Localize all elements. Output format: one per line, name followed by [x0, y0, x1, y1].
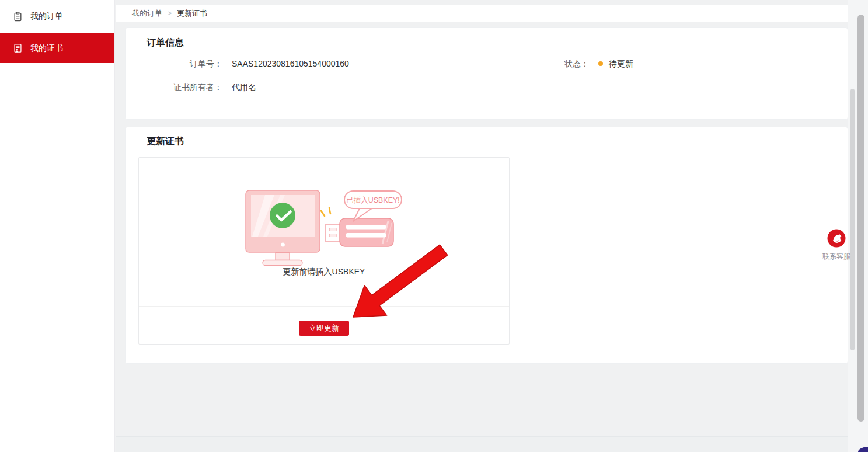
status-label: 状态：	[562, 58, 589, 69]
status-dot-icon	[598, 61, 603, 66]
corner-accent	[858, 447, 868, 452]
outer-scrollbar-thumb[interactable]	[857, 15, 864, 422]
speech-bubble-text: 已插入USBKEY!	[346, 196, 400, 204]
usbkey-caption: 更新前请插入USBKEY	[139, 267, 509, 277]
certificate-icon	[13, 43, 23, 53]
update-cert-title: 更新证书	[147, 135, 848, 148]
main-area: 我的订单 > 更新证书 订单信息 订单号： SAAS12023081610515…	[116, 0, 848, 452]
certificate-owner-value: 代用名	[232, 81, 256, 93]
clipboard-icon	[13, 12, 23, 22]
sparkle-icon	[321, 211, 325, 216]
usbkey-panel: 已插入USBKEY! 更新前请插入USBKEY 立即更新	[138, 157, 510, 345]
scrollbar-track-area	[848, 0, 868, 452]
order-info-card: 订单信息 订单号： SAAS120230816105154000160 状态： …	[125, 27, 848, 120]
breadcrumb-separator-icon: >	[168, 9, 172, 18]
order-number-label: 订单号：	[147, 58, 222, 69]
sidebar-item-my-orders[interactable]: 我的订单	[0, 5, 114, 28]
update-now-button[interactable]: 立即更新	[299, 321, 349, 336]
green-checkmark-icon	[270, 203, 295, 228]
order-info-fields: 订单号： SAAS120230816105154000160 状态： 待更新 证…	[147, 58, 848, 105]
order-info-title: 订单信息	[147, 37, 848, 49]
usbkey-illustration: 已插入USBKEY!	[245, 189, 403, 268]
panel-divider	[139, 306, 509, 307]
usb-connector	[326, 224, 341, 242]
status-value: 待更新	[609, 58, 633, 69]
sidebar-item-my-certificates[interactable]: 我的证书	[0, 33, 114, 63]
sidebar-item-label: 我的证书	[30, 43, 63, 54]
headset-agent-icon	[827, 229, 846, 248]
certificate-owner-row: 证书所有者： 代用名	[147, 81, 562, 105]
contact-service-widget[interactable]: 联系客服	[820, 229, 853, 262]
contact-service-label: 联系客服	[820, 252, 853, 262]
update-cert-card: 更新证书	[125, 127, 848, 364]
sidebar-item-label: 我的订单	[30, 11, 63, 22]
breadcrumb-current: 更新证书	[177, 8, 207, 19]
bottom-strip	[116, 436, 868, 452]
certificate-owner-label: 证书所有者：	[147, 81, 222, 93]
order-number-row: 订单号： SAAS120230816105154000160	[147, 58, 562, 81]
breadcrumb: 我的订单 > 更新证书	[116, 5, 848, 22]
order-number-value: SAAS120230816105154000160	[232, 58, 349, 69]
sidebar: 我的订单 我的证书	[0, 0, 115, 452]
breadcrumb-my-orders[interactable]: 我的订单	[132, 8, 162, 19]
status-row: 状态： 待更新	[562, 58, 848, 81]
inner-scrollbar-thumb[interactable]	[850, 89, 855, 350]
